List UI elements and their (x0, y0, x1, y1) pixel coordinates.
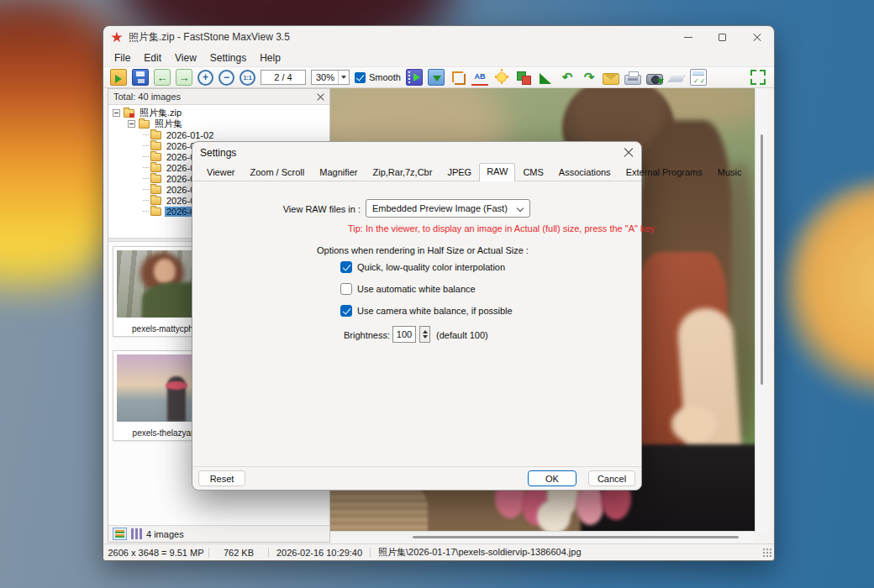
tab-music[interactable]: Music (710, 164, 750, 181)
tree-item-date[interactable]: 2026-01-02 (108, 129, 329, 140)
menu-file[interactable]: File (108, 50, 137, 66)
tab-associations[interactable]: Associations (551, 164, 619, 181)
vertical-scrollbar-thumb[interactable] (761, 134, 763, 385)
title-bar[interactable]: 照片集.zip - FastStone MaxView 3.5 (103, 26, 774, 49)
smooth-label: Smooth (369, 72, 401, 82)
screen-capture-icon[interactable] (646, 74, 663, 85)
actual-size-icon[interactable] (240, 70, 255, 86)
dialog-title: Settings (200, 147, 236, 159)
tip-text: Tip: In the viewer, to display an image … (348, 223, 655, 234)
menu-settings[interactable]: Settings (203, 50, 253, 66)
folder-icon (150, 175, 161, 183)
zoom-in-icon[interactable] (197, 70, 213, 86)
collapse-icon[interactable] (113, 109, 120, 117)
spin-up-icon[interactable] (423, 328, 428, 333)
menu-bar: File Edit View Settings Help (103, 49, 774, 66)
reset-button[interactable]: Reset (198, 470, 245, 486)
brightness-icon[interactable] (493, 69, 510, 86)
tab-archives[interactable]: Zip,Rar,7z,Cbr (365, 164, 440, 181)
tab-magnifier[interactable]: Magnifier (312, 164, 365, 181)
tree-item-folder[interactable]: 照片集 (108, 118, 329, 129)
tab-viewer[interactable]: Viewer (199, 164, 242, 181)
rename-icon[interactable] (471, 69, 488, 86)
dialog-footer: Reset OK Cancel (192, 466, 641, 490)
zoom-value: 30% (316, 72, 334, 82)
smooth-checkbox[interactable] (355, 72, 366, 83)
folder-icon (150, 142, 161, 150)
checkbox-row-camera-white-balance[interactable]: Use camera white balance, if possible (340, 305, 513, 317)
rotate-right-icon[interactable] (581, 69, 598, 86)
rotate-left-icon[interactable] (559, 69, 576, 86)
thumbnail-footer: 4 images (108, 525, 329, 542)
horizontal-scrollbar[interactable] (330, 531, 755, 543)
colors-icon[interactable] (515, 69, 532, 86)
menu-help[interactable]: Help (253, 50, 287, 66)
thumbnail-view-icon[interactable] (113, 528, 127, 540)
options-label: Options when rendering in Half Size or A… (317, 245, 529, 255)
window-controls (671, 26, 774, 49)
list-view-icon[interactable] (131, 528, 142, 539)
crop-icon[interactable] (450, 69, 466, 86)
folder-icon (150, 186, 161, 194)
auto-white-balance-checkbox[interactable] (340, 283, 352, 295)
folder-icon (139, 120, 150, 129)
maximize-icon[interactable] (705, 26, 740, 49)
tab-raw[interactable]: RAW (479, 163, 515, 181)
next-image-icon[interactable] (176, 69, 192, 86)
zoom-out-icon[interactable] (218, 70, 234, 86)
raw-tab-panel: View RAW files in : Embedded Preview Ima… (192, 181, 641, 468)
raw-view-select[interactable]: Embedded Preview Image (Fast) (366, 199, 530, 218)
brightness-default-hint: (default 100) (436, 330, 488, 340)
interpolation-checkbox[interactable] (340, 261, 352, 273)
tab-zoom-scroll[interactable]: Zoom / Scroll (242, 164, 312, 181)
scanner-icon[interactable] (668, 74, 685, 85)
horizontal-scrollbar-thumb[interactable] (413, 536, 739, 538)
tab-jpeg[interactable]: JPEG (440, 164, 479, 181)
minimize-icon[interactable] (671, 26, 705, 49)
resize-grip-icon[interactable] (762, 548, 771, 557)
move-to-icon[interactable] (428, 69, 445, 86)
zoom-select[interactable]: 30% (311, 70, 350, 85)
raw-view-value: Embedded Preview Image (Fast) (372, 203, 508, 213)
email-icon[interactable] (603, 73, 619, 85)
brightness-input[interactable]: 100 (392, 326, 416, 343)
menu-view[interactable]: View (168, 50, 203, 66)
previous-image-icon[interactable] (154, 69, 171, 86)
close-icon[interactable] (740, 26, 774, 49)
chevron-down-icon[interactable] (338, 71, 349, 84)
zip-archive-icon (124, 109, 134, 118)
brightness-label: Brightness: (344, 330, 390, 340)
tab-cms[interactable]: CMS (515, 164, 550, 181)
vertical-scrollbar[interactable] (755, 88, 767, 533)
status-bar: 2606 x 3648 = 9.51 MP 762 KB 2026-02-16 … (103, 543, 774, 560)
brightness-stepper[interactable] (419, 326, 430, 343)
slideshow-icon[interactable] (406, 69, 423, 86)
checkbox-label: Use automatic white balance (357, 284, 476, 294)
print-icon[interactable] (624, 75, 641, 85)
cancel-button[interactable]: Cancel (588, 470, 635, 486)
status-file-path: 照片集\2026-01-17\pexels-soldiervip-1386604… (371, 546, 762, 559)
settings-icon[interactable] (690, 69, 707, 86)
folder-icon (150, 207, 161, 216)
histogram-icon[interactable] (537, 69, 554, 86)
view-raw-label: View RAW files in : (192, 204, 361, 214)
tab-external-programs[interactable]: External Programs (619, 164, 710, 181)
close-icon[interactable] (624, 148, 634, 158)
camera-white-balance-checkbox[interactable] (340, 305, 352, 317)
ok-button[interactable]: OK (528, 470, 577, 486)
close-panel-icon[interactable] (317, 93, 324, 101)
smooth-toggle[interactable]: Smooth (355, 72, 401, 83)
folder-icon (150, 164, 161, 172)
save-icon[interactable] (132, 69, 149, 86)
tree-item-zip-root[interactable]: 照片集.zip (108, 108, 329, 118)
collapse-icon[interactable] (128, 120, 135, 128)
spin-down-icon[interactable] (423, 335, 428, 341)
dialog-title-bar[interactable]: Settings (192, 142, 641, 163)
panel-header: Total: 40 images (108, 89, 329, 105)
menu-edit[interactable]: Edit (137, 50, 168, 66)
checkbox-row-auto-white-balance[interactable]: Use automatic white balance (340, 283, 476, 295)
fullscreen-icon[interactable] (750, 70, 766, 85)
checkbox-row-interpolation[interactable]: Quick, low-quality color interpolation (340, 261, 505, 273)
open-file-icon[interactable] (110, 69, 127, 86)
total-images-label: Total: 40 images (113, 92, 181, 102)
